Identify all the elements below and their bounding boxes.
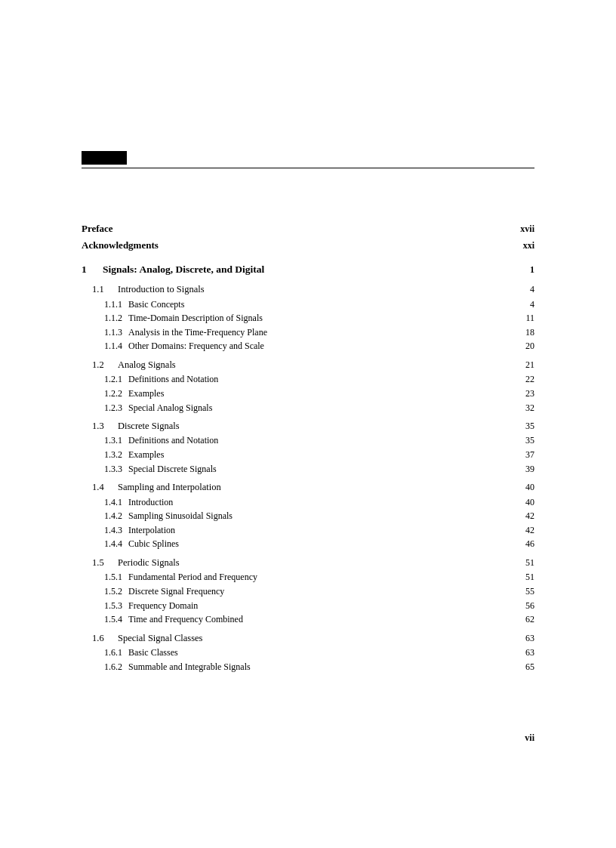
toc-entry: 1.5Periodic Signals51 <box>82 556 534 570</box>
page-number: 1 <box>512 263 534 277</box>
page-number: 23 <box>512 387 534 401</box>
subsection-label: Special Analog Signals <box>128 401 212 415</box>
page-number: 22 <box>512 372 534 387</box>
subsection-label: Summable and Integrable Signals <box>128 660 251 674</box>
toc-entry: 1.2.3Special Analog Signals32 <box>82 401 534 415</box>
subsection-number: 1.6.1 <box>82 646 122 660</box>
toc-body: PrefacexviiAcknowledgmentsxxi1Signals: A… <box>0 221 616 719</box>
page: PrefacexviiAcknowledgmentsxxi1Signals: A… <box>0 0 616 848</box>
section-label: Periodic Signals <box>118 556 180 570</box>
subsection-label: Definitions and Notation <box>128 433 218 448</box>
page-number: 56 <box>512 599 534 613</box>
toc-entry: 1.4.2Sampling Sinusoidal Signals42 <box>82 509 534 523</box>
subsection-number: 1.1.4 <box>82 339 122 353</box>
subsection-number: 1.4.3 <box>82 523 122 538</box>
toc-entry: 1.5.4Time and Frequency Combined62 <box>82 612 534 627</box>
subsection-label: Time-Domain Description of Signals <box>128 311 263 325</box>
subsection-number: 1.5.3 <box>82 599 122 613</box>
subsection-number: 1.2.3 <box>82 401 122 415</box>
page-number: 40 <box>512 480 534 495</box>
toc-entry: 1.1.3Analysis in the Time-Frequency Plan… <box>82 325 534 340</box>
page-number: 35 <box>512 419 534 433</box>
subsection-number: 1.5.2 <box>82 584 122 599</box>
section-label: Sampling and Interpolation <box>118 480 221 495</box>
page-number: 42 <box>512 509 534 523</box>
toc-entry: 1.6.2Summable and Integrable Signals65 <box>82 660 534 674</box>
page-number: xvii <box>512 222 534 236</box>
subsection-number: 1.4.1 <box>82 495 122 510</box>
toc-entry: 1.1.1Basic Concepts4 <box>82 298 534 312</box>
toc-label: Preface <box>82 221 113 236</box>
page-number: 18 <box>512 325 534 340</box>
subsection-label: Basic Classes <box>128 646 178 660</box>
subsection-label: Examples <box>128 448 164 462</box>
page-number: 39 <box>512 462 534 476</box>
toc-entry: 1.4.1Introduction40 <box>82 495 534 510</box>
subsection-number: 1.5.1 <box>82 570 122 584</box>
subsection-number: 1.1.1 <box>82 298 122 312</box>
subsection-number: 1.3.3 <box>82 462 122 476</box>
content-title-block <box>82 151 534 165</box>
section-label: Introduction to Signals <box>118 282 205 297</box>
toc-entry: 1.3.3Special Discrete Signals39 <box>82 462 534 476</box>
toc-entry: Acknowledgmentsxxi <box>82 238 534 253</box>
section-label: Special Signal Classes <box>118 631 203 646</box>
footer-page-number: vii <box>0 726 616 744</box>
page-number: 63 <box>512 631 534 646</box>
subsection-label: Analysis in the Time-Frequency Plane <box>128 325 267 340</box>
section-number: 1.6 <box>82 631 112 646</box>
subsection-label: Basic Concepts <box>128 298 184 312</box>
subsection-number: 1.2.2 <box>82 387 122 401</box>
toc-entry: 1.5.3Frequency Domain56 <box>82 599 534 613</box>
page-number: 4 <box>512 282 534 297</box>
toc-entry: 1.1.4Other Domains: Frequency and Scale2… <box>82 339 534 353</box>
page-number: 11 <box>512 311 534 325</box>
section-number: 1.2 <box>82 358 112 372</box>
subsection-number: 1.3.2 <box>82 448 122 462</box>
toc-entry: 1.3.1Definitions and Notation35 <box>82 433 534 448</box>
subsection-number: 1.4.2 <box>82 509 122 523</box>
section-label: Analog Signals <box>118 358 176 372</box>
title-bar-decoration <box>82 151 127 165</box>
chapter-label: Signals: Analog, Discrete, and Digital <box>103 262 264 278</box>
page-number: 51 <box>512 556 534 570</box>
subsection-number: 1.2.1 <box>82 372 122 387</box>
toc-entry: 1.6.1Basic Classes63 <box>82 646 534 660</box>
subsection-number: 1.6.2 <box>82 660 122 674</box>
page-number: 40 <box>512 495 534 510</box>
subsection-number: 1.4.4 <box>82 537 122 551</box>
toc-entry: Prefacexvii <box>82 221 534 236</box>
toc-entry: 1.3.2Examples37 <box>82 448 534 462</box>
subsection-label: Frequency Domain <box>128 599 198 613</box>
subsection-label: Introduction <box>128 495 173 510</box>
page-number: 35 <box>512 433 534 448</box>
section-number: 1.4 <box>82 480 112 495</box>
subsection-number: 1.1.2 <box>82 311 122 325</box>
page-number: 46 <box>512 537 534 551</box>
section-number: 1.3 <box>82 419 112 433</box>
subsection-label: Cubic Splines <box>128 537 179 551</box>
chapter-number: 1 <box>82 262 97 278</box>
subsection-number: 1.1.3 <box>82 325 122 340</box>
subsection-label: Discrete Signal Frequency <box>128 584 224 599</box>
toc-entry: 1.1Introduction to Signals4 <box>82 282 534 297</box>
page-number: 65 <box>512 660 534 674</box>
toc-entry: 1.2.2Examples23 <box>82 387 534 401</box>
toc-entry: 1.2.1Definitions and Notation22 <box>82 372 534 387</box>
subsection-label: Fundamental Period and Frequency <box>128 570 257 584</box>
page-number: 62 <box>512 612 534 627</box>
subsection-number: 1.5.4 <box>82 612 122 627</box>
page-number: 4 <box>512 298 534 312</box>
subsection-label: Interpolation <box>128 523 175 538</box>
page-number: xxi <box>512 239 534 253</box>
subsection-label: Sampling Sinusoidal Signals <box>128 509 233 523</box>
subsection-label: Special Discrete Signals <box>128 462 217 476</box>
page-number: 20 <box>512 339 534 353</box>
section-number: 1.1 <box>82 282 112 297</box>
toc-entry: 1.4.3Interpolation42 <box>82 523 534 538</box>
page-number: 55 <box>512 584 534 599</box>
toc-entry: 1.5.1Fundamental Period and Frequency51 <box>82 570 534 584</box>
toc-entry: 1.6Special Signal Classes63 <box>82 631 534 646</box>
page-number: 37 <box>512 448 534 462</box>
page-number: 21 <box>512 358 534 372</box>
